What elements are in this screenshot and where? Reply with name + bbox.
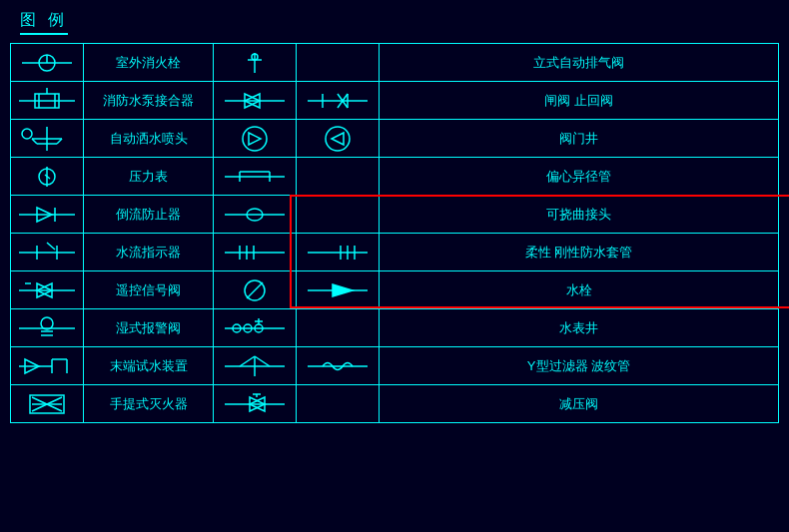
- title-section: 图 例: [10, 10, 779, 35]
- symbol-cell: [11, 271, 84, 309]
- right-label-cell: 减压阀: [380, 385, 779, 423]
- label-cell: 压力表: [84, 158, 214, 196]
- label-cell: 湿式报警阀: [84, 309, 214, 347]
- page-title: 图 例: [20, 10, 68, 35]
- right-label-cell: 立式自动排气阀: [380, 44, 779, 82]
- svg-line-58: [247, 282, 263, 298]
- symbol-cell: [11, 309, 84, 347]
- symbol-mid-cell2: [297, 82, 380, 120]
- label-cell: 消防水泵接合器: [84, 82, 214, 120]
- label-cell: 自动洒水喷头: [84, 120, 214, 158]
- table-row: 湿式报警阀 水表井: [11, 309, 779, 347]
- table-row: 水流指示器: [11, 234, 779, 271]
- symbol-mid-cell: [214, 385, 297, 423]
- svg-point-62: [41, 317, 53, 329]
- symbol-mid-cell2: [297, 309, 380, 347]
- right-label-cell: Y型过滤器 波纹管: [380, 347, 779, 385]
- table-row: 室外消火栓 立式自动排气阀: [11, 44, 779, 82]
- symbol-mid-cell2: [297, 44, 380, 82]
- label-cell: 水流指示器: [84, 234, 214, 271]
- symbol-cell: [11, 82, 84, 120]
- right-label-cell: 可挠曲接头: [380, 196, 779, 234]
- label-cell: 遥控信号阀: [84, 271, 214, 309]
- page-container: 图 例 室外消火栓: [0, 0, 789, 532]
- table-row: 倒流防止器 可挠曲接头: [11, 196, 779, 234]
- symbol-mid-cell2: [297, 234, 380, 271]
- right-label-cell: 柔性 刚性防水套管: [380, 234, 779, 271]
- right-label-cell: 偏心异径管: [380, 158, 779, 196]
- symbol-mid-cell: [214, 309, 297, 347]
- symbol-cell: [11, 347, 84, 385]
- label-cell: 末端试水装置: [84, 347, 214, 385]
- symbol-mid-cell2: [297, 347, 380, 385]
- table-row: 消防水泵接合器: [11, 82, 779, 120]
- symbol-cell: [11, 234, 84, 271]
- symbol-mid-cell: [214, 271, 297, 309]
- right-label-cell: 闸阀 止回阀: [380, 82, 779, 120]
- table-row: 自动洒水喷头 阀门井: [11, 120, 779, 158]
- svg-marker-60: [333, 284, 353, 296]
- svg-line-44: [47, 243, 55, 250]
- symbol-mid-cell: [214, 196, 297, 234]
- svg-line-77: [240, 356, 255, 366]
- symbol-mid-cell2: [297, 196, 380, 234]
- symbol-mid-cell: [214, 158, 297, 196]
- svg-point-25: [243, 127, 267, 151]
- right-label-cell: 水表井: [380, 309, 779, 347]
- label-cell: 倒流防止器: [84, 196, 214, 234]
- symbol-mid-cell2: [297, 385, 380, 423]
- symbol-mid-cell2: [297, 271, 380, 309]
- symbol-mid-cell: [214, 82, 297, 120]
- symbol-mid-cell: [214, 234, 297, 271]
- svg-line-78: [255, 356, 270, 366]
- symbol-cell: [11, 158, 84, 196]
- svg-marker-28: [332, 133, 344, 145]
- legend-table: 室外消火栓 立式自动排气阀: [10, 43, 779, 423]
- label-cell: 手提式灭火器: [84, 385, 214, 423]
- right-label-cell: 水栓: [380, 271, 779, 309]
- label-cell: 室外消火栓: [84, 44, 214, 82]
- table-row: 压力表 偏心异径管: [11, 158, 779, 196]
- table-row: 遥控信号阀 水栓: [11, 271, 779, 309]
- symbol-mid-cell: [214, 347, 297, 385]
- symbol-mid-cell: [214, 44, 297, 82]
- symbol-mid-cell: [214, 120, 297, 158]
- symbol-cell: [11, 385, 84, 423]
- table-row: 末端试水装置: [11, 347, 779, 385]
- svg-point-24: [22, 129, 32, 139]
- symbol-mid-cell2: [297, 158, 380, 196]
- symbol-cell: [11, 44, 84, 82]
- symbol-mid-cell2: [297, 120, 380, 158]
- symbol-cell: [11, 120, 84, 158]
- right-label-cell: 阀门井: [380, 120, 779, 158]
- symbol-cell: [11, 196, 84, 234]
- svg-point-27: [326, 127, 350, 151]
- table-row: 手提式灭火器 减压阀: [11, 385, 779, 423]
- svg-marker-26: [249, 133, 261, 145]
